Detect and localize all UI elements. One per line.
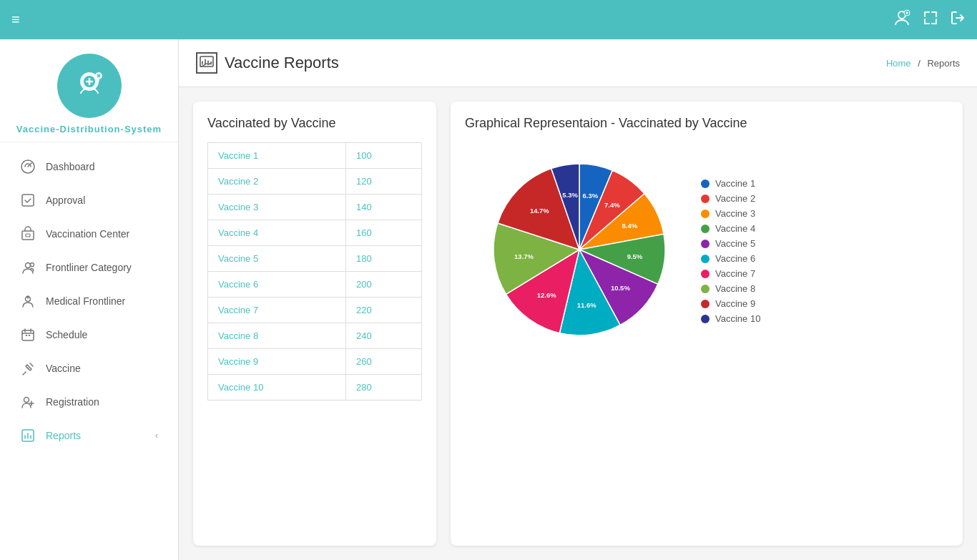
legend-item-7: Vaccine 8 <box>701 283 760 294</box>
pie-label-7: 13.7% <box>514 252 534 260</box>
vaccine-name-cell: Vaccine 4 <box>208 220 346 246</box>
sidebar-item-vaccination-center-label: Vaccination Center <box>46 228 129 240</box>
legend-item-0: Vaccine 1 <box>701 178 760 189</box>
breadcrumb-current: Reports <box>927 58 960 69</box>
legend-item-5: Vaccine 6 <box>701 253 760 264</box>
table-row: Vaccine 8240 <box>208 323 422 349</box>
table-row: Vaccine 10280 <box>208 375 422 401</box>
vaccine-name-cell: Vaccine 2 <box>208 169 346 195</box>
vaccine-count-cell: 240 <box>346 323 422 349</box>
legend-label-8: Vaccine 9 <box>715 298 755 309</box>
logo-circle <box>57 54 122 118</box>
table-row: Vaccine 5180 <box>208 246 422 272</box>
logo-title: Vaccine-Distribution-System <box>16 124 162 134</box>
legend-item-9: Vaccine 10 <box>701 313 760 324</box>
table-row: Vaccine 4160 <box>208 220 422 246</box>
vaccine-name-cell: Vaccine 3 <box>208 195 346 220</box>
legend-dot-3 <box>701 225 710 233</box>
legend-dot-5 <box>701 255 710 263</box>
sidebar-item-frontliner-category-label: Frontliner Category <box>46 262 132 273</box>
table-row: Vaccine 2120 <box>208 169 422 195</box>
legend-label-9: Vaccine 10 <box>715 313 760 324</box>
legend-label-7: Vaccine 8 <box>715 283 755 294</box>
vaccine-table: Vaccine 1100Vaccine 2120Vaccine 3140Vacc… <box>207 142 422 401</box>
pie-label-5: 11.6% <box>577 301 596 309</box>
sidebar-item-vaccine-label: Vaccine <box>46 363 81 374</box>
table-row: Vaccine 6200 <box>208 272 422 298</box>
table-section-title: Vaccinated by Vaccine <box>207 116 422 131</box>
sidebar-item-reports-label: Reports <box>46 430 81 441</box>
legend-item-3: Vaccine 4 <box>701 223 760 234</box>
legend-dot-8 <box>701 300 710 308</box>
legend-label-2: Vaccine 3 <box>715 208 755 219</box>
vaccine-count-cell: 100 <box>346 143 422 169</box>
content-header: Vaccine Reports Home / Reports <box>179 39 977 87</box>
legend-item-8: Vaccine 9 <box>701 298 760 309</box>
vaccine-count-cell: 200 <box>346 272 422 298</box>
svg-rect-6 <box>22 231 34 240</box>
sidebar-item-approval[interactable]: Approval <box>6 184 172 217</box>
hamburger-icon[interactable]: ≡ <box>11 11 20 28</box>
pie-label-6: 12.6% <box>537 291 556 299</box>
sidebar-item-dashboard-label: Dashboard <box>46 161 95 172</box>
legend-dot-9 <box>701 315 710 323</box>
reports-chevron-icon: ‹ <box>155 431 158 441</box>
svg-rect-12 <box>26 335 27 336</box>
vaccine-count-cell: 180 <box>346 246 422 272</box>
svg-rect-7 <box>26 234 30 237</box>
legend-item-4: Vaccine 5 <box>701 238 760 249</box>
vaccine-count-cell: 260 <box>346 349 422 375</box>
vaccine-name-cell: Vaccine 6 <box>208 272 346 298</box>
content-area: Vaccine Reports Home / Reports Vaccinate… <box>179 39 977 560</box>
logout-icon[interactable] <box>950 10 966 30</box>
table-row: Vaccine 3140 <box>208 195 422 220</box>
breadcrumb: Home / Reports <box>886 58 960 69</box>
chart-section-title: Graphical Representaion - Vaccinated by … <box>465 116 948 131</box>
sidebar-item-reports[interactable]: Reports ‹ <box>6 419 172 452</box>
legend-label-3: Vaccine 4 <box>715 223 755 234</box>
sidebar-item-schedule-label: Schedule <box>46 329 87 340</box>
pie-label-2: 8.4% <box>622 222 638 230</box>
breadcrumb-separator: / <box>918 58 920 69</box>
sidebar-item-vaccine[interactable]: Vaccine <box>6 352 172 385</box>
sidebar-item-dashboard[interactable]: Dashboard <box>6 150 172 183</box>
sidebar: Vaccine-Distribution-System Dashboard Ap… <box>0 39 179 560</box>
content-body: Vaccinated by Vaccine Vaccine 1100Vaccin… <box>179 87 977 560</box>
legend-label-6: Vaccine 7 <box>715 268 755 279</box>
table-row: Vaccine 9260 <box>208 349 422 375</box>
chart-container: 6.3%7.4%8.4%9.5%10.5%11.6%12.6%13.7%14.7… <box>465 142 948 360</box>
vaccine-count-cell: 160 <box>346 220 422 246</box>
sidebar-item-registration[interactable]: Registration <box>6 385 172 418</box>
breadcrumb-home[interactable]: Home <box>886 58 911 69</box>
legend-label-1: Vaccine 2 <box>715 193 755 204</box>
vaccine-name-cell: Vaccine 1 <box>208 143 346 169</box>
vaccine-count-cell: 280 <box>346 375 422 401</box>
sidebar-item-frontliner-category[interactable]: Frontliner Category <box>6 251 172 284</box>
graphical-representation-card: Graphical Representaion - Vaccinated by … <box>451 102 963 546</box>
sidebar-item-schedule[interactable]: Schedule <box>6 318 172 351</box>
expand-icon[interactable] <box>923 10 938 30</box>
table-row: Vaccine 1100 <box>208 143 422 169</box>
vaccine-name-cell: Vaccine 8 <box>208 323 346 349</box>
sidebar-item-approval-label: Approval <box>46 195 85 206</box>
table-row: Vaccine 7220 <box>208 298 422 323</box>
sidebar-item-registration-label: Registration <box>46 396 99 408</box>
page-icon <box>196 52 217 74</box>
legend-label-0: Vaccine 1 <box>715 178 755 189</box>
pie-chart-wrap: 6.3%7.4%8.4%9.5%10.5%11.6%12.6%13.7%14.7… <box>479 149 679 353</box>
sidebar-nav: Dashboard Approval Vaccination Center <box>0 142 178 460</box>
pie-label-1: 7.4% <box>604 201 620 209</box>
sidebar-item-medical-frontliner[interactable]: Medical Frontliner <box>6 285 172 318</box>
sidebar-item-vaccination-center[interactable]: Vaccination Center <box>6 217 172 250</box>
vaccine-name-cell: Vaccine 10 <box>208 375 346 401</box>
topbar: ≡ <box>0 0 977 39</box>
svg-rect-13 <box>29 335 30 336</box>
vaccine-name-cell: Vaccine 7 <box>208 298 346 323</box>
user-settings-icon[interactable] <box>893 9 911 31</box>
vaccine-name-cell: Vaccine 9 <box>208 349 346 375</box>
main-layout: Vaccine-Distribution-System Dashboard Ap… <box>0 39 977 560</box>
vaccine-count-cell: 120 <box>346 169 422 195</box>
vaccine-name-cell: Vaccine 5 <box>208 246 346 272</box>
svg-rect-11 <box>22 330 34 340</box>
sidebar-item-medical-frontliner-label: Medical Frontliner <box>46 295 125 307</box>
